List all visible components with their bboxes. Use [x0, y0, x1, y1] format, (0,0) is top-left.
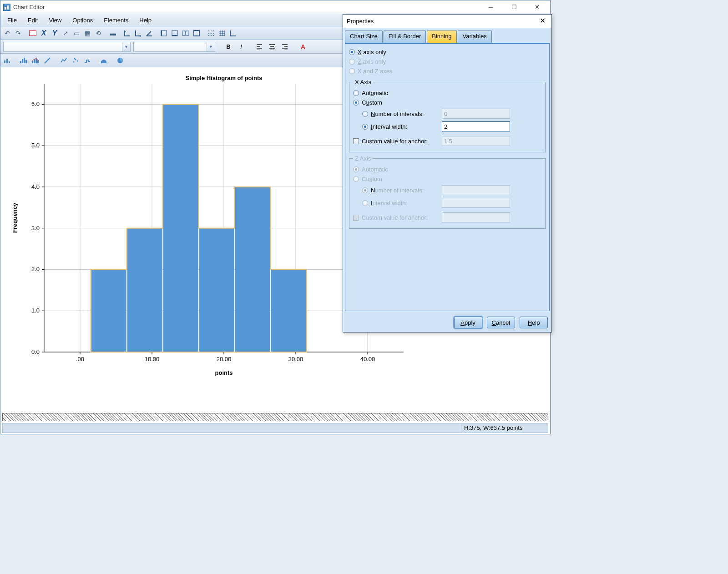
dropdown-icon[interactable]: ▼: [207, 42, 215, 51]
gridlines-icon[interactable]: [217, 28, 227, 38]
svg-text:1.0: 1.0: [31, 307, 40, 314]
svg-point-15: [213, 35, 214, 36]
layers-icon[interactable]: ▦: [82, 28, 92, 38]
redo-icon[interactable]: ↷: [13, 28, 23, 38]
svg-rect-51: [163, 104, 198, 352]
help-button[interactable]: Help: [520, 317, 548, 328]
interval-width-input[interactable]: [442, 121, 510, 131]
x-axis-icon[interactable]: X: [39, 28, 49, 38]
svg-rect-21: [24, 58, 25, 63]
tab-binning[interactable]: Binning: [427, 30, 456, 43]
frame-corner-icon[interactable]: [228, 28, 238, 38]
svg-rect-16: [4, 60, 5, 63]
svg-point-11: [211, 33, 212, 34]
gridlines-dot-icon[interactable]: [206, 28, 216, 38]
tab-fill-border[interactable]: Fill & Border: [384, 30, 426, 43]
svg-rect-54: [271, 269, 306, 352]
apply-button[interactable]: Apply: [454, 317, 482, 328]
menu-edit[interactable]: Edit: [22, 15, 43, 25]
svg-point-28: [48, 59, 49, 60]
grid-icon[interactable]: [28, 28, 38, 38]
font-family-input[interactable]: [4, 42, 122, 51]
check-x-anchor[interactable]: Custom value for anchor:: [353, 135, 541, 147]
anchor-input[interactable]: [442, 136, 510, 146]
radio-x-num-intervals[interactable]: Number of intervals:: [362, 107, 541, 120]
radio-x-only[interactable]: X axis only: [349, 47, 546, 57]
scatter-icon[interactable]: [71, 55, 81, 65]
radio-x-interval-width[interactable]: Interval width:: [362, 120, 541, 133]
pie-chart-icon[interactable]: [115, 55, 125, 65]
font-color-icon[interactable]: A: [298, 42, 308, 52]
radio-x-and-z: X and Z axes: [349, 66, 546, 76]
tab-variables[interactable]: Variables: [458, 30, 492, 43]
svg-point-8: [211, 30, 212, 31]
scatter-diag-icon[interactable]: [42, 55, 52, 65]
font-family-combo[interactable]: ▼: [3, 42, 131, 52]
frame-l-icon[interactable]: [159, 28, 169, 38]
svg-text:3.0: 3.0: [31, 225, 40, 232]
radio-icon: [353, 176, 359, 182]
cancel-button[interactable]: Cancel: [487, 317, 515, 328]
radio-icon: [349, 68, 355, 74]
status-bar: H:375, W:637.5 points: [2, 423, 548, 433]
dropdown-icon[interactable]: ▼: [122, 42, 130, 51]
frame-all-icon[interactable]: [192, 28, 202, 38]
y-axis-icon[interactable]: Y: [50, 28, 60, 38]
radio-x-auto[interactable]: Automatic: [353, 88, 541, 98]
svg-rect-49: [91, 269, 126, 352]
num-intervals-input[interactable]: [442, 109, 510, 119]
radio-icon: [362, 187, 368, 193]
tab-chart-size[interactable]: Chart Size: [345, 30, 383, 43]
area-chart-icon[interactable]: [99, 55, 109, 65]
undo-icon[interactable]: ↶: [2, 28, 12, 38]
radio-x-custom[interactable]: Custom: [353, 98, 541, 107]
fit-icon[interactable]: ⤢: [61, 28, 71, 38]
svg-rect-18: [9, 61, 10, 63]
histogram-icon[interactable]: [19, 55, 29, 65]
status-dimensions: H:375, W:637.5 points: [461, 423, 548, 433]
radio-z-only: Z axis only: [349, 57, 546, 66]
status-cell-1: [3, 423, 461, 433]
axis-l-icon[interactable]: [122, 28, 132, 38]
menu-help[interactable]: Help: [134, 15, 157, 25]
maximize-button[interactable]: ☐: [504, 1, 524, 14]
axis-diag-icon[interactable]: [144, 28, 154, 38]
menu-view[interactable]: View: [43, 15, 67, 25]
data-label-icon[interactable]: ▬: [108, 28, 118, 38]
line-chart-icon[interactable]: [59, 55, 69, 65]
svg-rect-52: [199, 228, 234, 352]
tab-body-binning: X axis only Z axis only X and Z axes X A…: [345, 43, 550, 311]
app-icon: [3, 4, 10, 11]
minimize-button[interactable]: ─: [480, 1, 501, 14]
step-chart-icon[interactable]: [82, 55, 92, 65]
menu-file[interactable]: File: [2, 15, 22, 25]
svg-rect-53: [235, 187, 270, 352]
bar-chart-icon[interactable]: [2, 55, 12, 65]
chart-editor-window: Chart Editor ─ ☐ ✕ File Edit View Option…: [0, 0, 551, 434]
svg-text:6.0: 6.0: [31, 101, 40, 107]
dialog-close-button[interactable]: ✕: [537, 16, 548, 27]
menu-options[interactable]: Options: [67, 15, 98, 25]
axis-b-icon[interactable]: [133, 28, 143, 38]
svg-text:4.0: 4.0: [31, 183, 40, 190]
font-size-input[interactable]: [134, 42, 207, 51]
radio-z-interval-width: Interval width:: [362, 196, 541, 209]
svg-rect-17: [6, 59, 8, 63]
dialog-titlebar: Properties ✕: [343, 15, 551, 28]
z-interval-width-input: [442, 198, 510, 208]
histogram-curve-icon[interactable]: [30, 55, 40, 65]
align-center-icon[interactable]: [267, 42, 277, 52]
checkbox-icon: [353, 215, 359, 221]
select-icon[interactable]: ▭: [71, 28, 81, 38]
frame-b-icon[interactable]: [170, 28, 180, 38]
text-box-icon[interactable]: T: [181, 28, 191, 38]
align-left-icon[interactable]: [254, 42, 264, 52]
bold-button[interactable]: B: [223, 42, 233, 52]
font-size-combo[interactable]: ▼: [133, 42, 215, 52]
transpose-icon[interactable]: ⟲: [93, 28, 103, 38]
svg-rect-19: [20, 61, 21, 63]
italic-button[interactable]: I: [236, 42, 246, 52]
menu-elements[interactable]: Elements: [98, 15, 134, 25]
align-right-icon[interactable]: [280, 42, 290, 52]
close-button[interactable]: ✕: [527, 1, 547, 14]
